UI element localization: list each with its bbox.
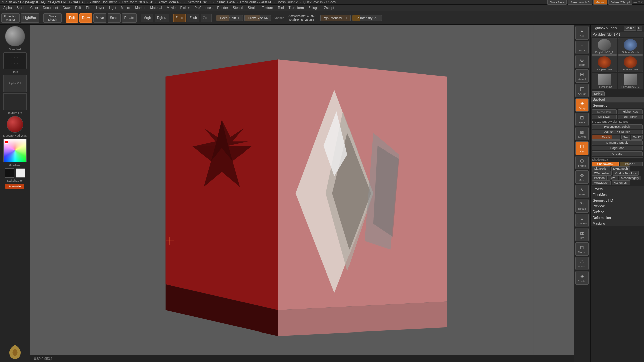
move-button[interactable]: Move	[93, 13, 106, 23]
laym-button[interactable]: ⊠ L.Aym	[575, 127, 589, 140]
rgb-toggle[interactable]: Rgb M	[155, 14, 169, 22]
brush-item-eraserbrush[interactable]: EraserBrush	[618, 55, 643, 72]
render-button-rt[interactable]: ◈ Render	[575, 271, 589, 285]
deformation-header[interactable]: Deformation	[591, 215, 644, 221]
subtool-header[interactable]: SubTool	[591, 97, 644, 102]
menu-zplugin[interactable]: Zplugin	[307, 6, 322, 10]
higher-res-button[interactable]: Higher Res	[618, 109, 643, 114]
lower-res-button[interactable]: Lower Res	[592, 109, 617, 114]
zadd-toggle[interactable]: Zadd	[173, 14, 186, 22]
nano-mesh-button[interactable]: NanoMesh	[612, 180, 631, 185]
edge-loop-button[interactable]: EdgeLoop	[592, 146, 643, 150]
geometry-hd-header[interactable]: Geometry HD	[591, 198, 644, 203]
brush-item-simplebrush[interactable]: SimpleBrush	[592, 55, 617, 72]
modify-topology-button[interactable]: Modify Topology	[613, 171, 639, 176]
alternate-button[interactable]: Alternate	[5, 184, 24, 189]
menu-draw[interactable]: Draw	[61, 6, 72, 10]
shadowbox-button[interactable]: ShadowBox	[592, 162, 619, 166]
polyf-button[interactable]: ▦ PolyF	[575, 228, 589, 241]
rotate-button-rt[interactable]: ↻ Rotate	[575, 199, 589, 213]
lightbox-button[interactable]: LightBox	[21, 13, 39, 23]
position-button[interactable]: Position	[592, 176, 607, 180]
menu-tool[interactable]: Tool	[276, 6, 286, 10]
adjust-bpr-button[interactable]: Adjust BPR To Geo	[592, 130, 643, 134]
layers-header[interactable]: Layers	[591, 186, 644, 192]
rotate-button[interactable]: Rotate	[122, 13, 137, 23]
polish-slider[interactable]: Polish 18	[620, 162, 643, 166]
quicksave-button[interactable]: QuickSave	[547, 0, 567, 5]
menu-movie[interactable]: Movie	[165, 6, 178, 10]
draw-button[interactable]: Draw	[79, 13, 92, 23]
menu-texture[interactable]: Texture	[260, 6, 275, 10]
smt-button[interactable]: Smt	[621, 135, 630, 140]
swatch-black[interactable]	[5, 168, 14, 178]
menu-edit[interactable]: Edit	[73, 6, 83, 10]
menu-zscript[interactable]: Zscript	[322, 6, 336, 10]
projection-master-button[interactable]: Projection Master	[1, 13, 20, 23]
scale-button[interactable]: Scale	[108, 13, 121, 23]
persp-button[interactable]: ◈ Persp	[575, 98, 589, 112]
menu-alpha[interactable]: Alpha	[1, 6, 14, 10]
dyna-mesh-button[interactable]: DynaMesh	[611, 166, 630, 171]
z-intensity-slider[interactable]: Z Intensity 25	[352, 15, 382, 21]
menu-material[interactable]: Material	[148, 6, 164, 10]
mrgb-toggle[interactable]: Mrgb	[141, 14, 153, 22]
zcut-toggle[interactable]: Zcut	[201, 14, 212, 22]
clay-polish-button[interactable]: ClayPolish	[592, 166, 610, 171]
crease-button[interactable]: Crease	[592, 151, 643, 156]
color-picker[interactable]	[3, 139, 27, 162]
geometry-header[interactable]: Geometry	[591, 103, 644, 108]
material-red-ball[interactable]	[7, 116, 23, 133]
brush-item-polymesh1b[interactable]: PolyMesh3D_1	[618, 73, 643, 89]
menu-light[interactable]: Light	[107, 6, 118, 10]
brush-item-polymesh[interactable]: PolyMesh3D	[592, 73, 617, 89]
move-button-rt[interactable]: ✥ Move	[575, 170, 589, 184]
menu-document[interactable]: Document	[41, 6, 60, 10]
menu-stencil[interactable]: Stencil	[231, 6, 245, 10]
aahalf-button[interactable]: ◫ AAHalf	[575, 84, 589, 97]
menu-macro[interactable]: Macro	[119, 6, 132, 10]
zoom-button[interactable]: ⊕ Zoom	[575, 55, 589, 68]
mesh-integrity-button[interactable]: MeshIntegrity	[619, 176, 641, 180]
floor-button[interactable]: ⊟ Floor	[575, 113, 589, 126]
material-preview[interactable]	[5, 26, 25, 46]
actual-button[interactable]: ⊞ Actual	[575, 69, 589, 83]
array-mesh-button[interactable]: ArrayMesh	[592, 180, 611, 185]
menu-file[interactable]: File	[84, 6, 93, 10]
ghost-button[interactable]: ◌ Ghost	[575, 257, 589, 270]
fibermesh-header[interactable]: FiberMesh	[591, 192, 644, 198]
swatch-white[interactable]	[16, 168, 25, 178]
menus-button[interactable]: Menus	[593, 0, 607, 5]
menu-stroke[interactable]: Stroke	[246, 6, 259, 10]
menu-transform[interactable]: Transform	[286, 6, 306, 10]
brush-item-polymesh1[interactable]: PolyMesh3D_1	[592, 38, 617, 55]
frame-button[interactable]: ⬡ Frame	[575, 156, 589, 169]
focal-shift-slider[interactable]: Focal Shift 0	[216, 15, 243, 21]
seethrough-button[interactable]: See-through 0	[568, 0, 592, 5]
size-button[interactable]: Size	[608, 176, 618, 180]
menu-picker[interactable]: Picker	[178, 6, 192, 10]
menu-brush[interactable]: Brush	[15, 6, 28, 10]
linefill-button[interactable]: ≡ Line Fill	[575, 214, 589, 227]
del-higher-button[interactable]: Del Higher	[618, 115, 643, 119]
quick-sketch-button[interactable]: Quick Sketch	[43, 13, 62, 23]
preview-header[interactable]: Preview	[591, 203, 644, 209]
menu-render[interactable]: Render	[215, 6, 230, 10]
rgb-intensity-slider[interactable]: Rgb Intensity 100	[320, 15, 351, 21]
ratify-button[interactable]: RatifY	[631, 135, 643, 140]
draw-size-slider[interactable]: Draw Size 64	[244, 15, 271, 21]
del-lower-button[interactable]: Del Lower	[592, 115, 617, 119]
default-script-button[interactable]: DefaultZScript	[608, 0, 632, 5]
surface-header[interactable]: Surface	[591, 209, 644, 215]
divide-slider[interactable]: Divide	[592, 135, 620, 140]
brush-item-spherebrush[interactable]: SpheresBrush	[618, 38, 643, 55]
edit-button[interactable]: Edit	[66, 13, 78, 23]
xyz-button[interactable]: ⊡ Xyz	[575, 141, 589, 155]
menu-preferences[interactable]: Preferences	[193, 6, 215, 10]
canvas-area[interactable]: -0.89,0.953,1	[30, 25, 574, 362]
zsub-toggle[interactable]: Zsub	[187, 14, 199, 22]
spix-badge[interactable]: SPix 3	[592, 91, 605, 96]
reconstruct-subdiv-button[interactable]: Reconstruct Subdiv	[592, 124, 643, 129]
transp-button[interactable]: ◻ Transp	[575, 242, 589, 256]
masking-header[interactable]: Masking	[591, 221, 644, 226]
